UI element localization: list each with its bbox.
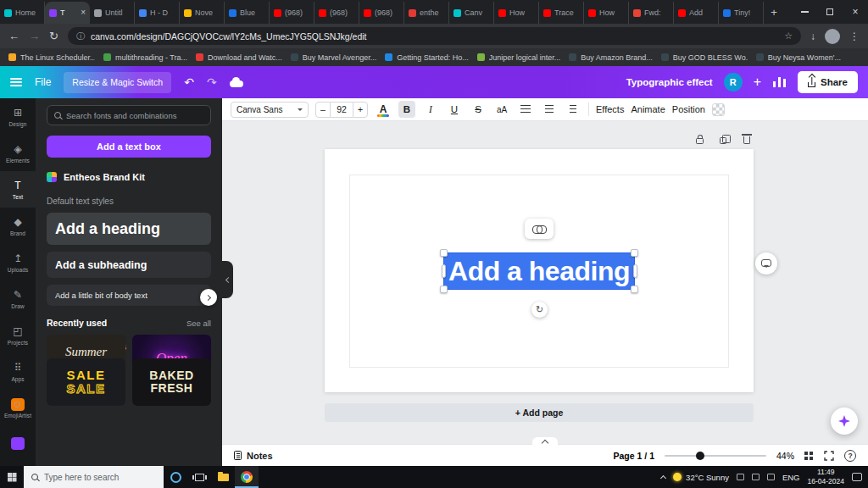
network-icon[interactable]: [737, 474, 744, 480]
language-indicator[interactable]: ENG: [782, 473, 800, 482]
spacing-button[interactable]: [565, 101, 581, 118]
sidebar-item-projects[interactable]: ◰ Projects: [0, 317, 36, 353]
share-button[interactable]: Share: [798, 71, 858, 93]
sidebar-item-brand[interactable]: ◆ Brand: [0, 208, 36, 244]
browser-menu-icon[interactable]: [849, 30, 860, 42]
browser-profile-avatar[interactable]: [825, 29, 840, 44]
zoom-slider[interactable]: [665, 455, 766, 457]
zoom-slider-thumb[interactable]: [696, 452, 704, 460]
panel-collapse-handle[interactable]: [222, 261, 233, 298]
sidebar-item-app[interactable]: [0, 426, 36, 463]
add-text-box-button[interactable]: Add a text box: [47, 136, 211, 158]
strikethrough-button[interactable]: S: [470, 101, 487, 118]
design-canvas-page[interactable]: Add a heading: [325, 149, 754, 392]
tab-close-icon[interactable]: [81, 8, 86, 17]
insights-chart-icon[interactable]: [778, 77, 781, 87]
selected-text-box[interactable]: Add a heading: [443, 252, 635, 290]
url-input[interactable]: [91, 31, 778, 42]
carousel-next-button[interactable]: [200, 289, 217, 306]
font-size-decrease-button[interactable]: [315, 102, 331, 118]
text-color-button[interactable]: A: [375, 101, 392, 118]
rotate-handle[interactable]: [531, 302, 548, 318]
combo-style-sale[interactable]: SALE SALE: [47, 358, 125, 406]
undo-icon[interactable]: [184, 75, 194, 89]
notes-button[interactable]: Notes: [234, 451, 273, 461]
sidebar-item-design[interactable]: ⊞ Design: [0, 98, 36, 135]
bookmark-item[interactable]: The Linux Scheduler...: [8, 53, 95, 62]
underline-button[interactable]: U: [446, 101, 463, 118]
bookmark-item[interactable]: multithreading - Tra...: [103, 53, 187, 62]
selection-handle-left[interactable]: [442, 264, 446, 278]
comment-button[interactable]: [755, 252, 777, 274]
expand-panel-tab[interactable]: [532, 437, 558, 445]
browser-tab[interactable]: enthe: [404, 2, 449, 24]
bookmark-item[interactable]: Juniper logical inter...: [477, 53, 561, 62]
bold-button[interactable]: B: [398, 101, 415, 118]
add-page-button[interactable]: + Add page: [325, 403, 754, 422]
back-button[interactable]: [8, 30, 19, 42]
font-size-increase-button[interactable]: [353, 102, 368, 118]
browser-tab[interactable]: (968): [270, 2, 314, 24]
browser-tab[interactable]: Untitl: [90, 2, 135, 24]
bookmark-item[interactable]: Download and Watc...: [196, 53, 282, 62]
sidebar-item-uploads[interactable]: ↥ Uploads: [0, 244, 36, 280]
bookmark-item[interactable]: Getting Started: Ho...: [385, 53, 469, 62]
address-bar[interactable]: [68, 27, 801, 45]
design-title[interactable]: Typographic effect: [626, 77, 713, 87]
file-menu-button[interactable]: File: [35, 76, 51, 88]
sidebar-item-elements[interactable]: ◈ Elements: [0, 135, 36, 171]
browser-tab[interactable]: Tiny!: [719, 2, 764, 24]
clock[interactable]: 11:49 16-04-2024: [808, 468, 844, 485]
file-explorer-icon[interactable]: [211, 466, 235, 488]
browser-tab[interactable]: (968): [314, 2, 359, 24]
browser-tab[interactable]: T: [45, 2, 90, 24]
bookmark-item[interactable]: Buy Marvel Avenger...: [291, 53, 376, 62]
sidebar-item-draw[interactable]: ✎ Draw: [0, 280, 36, 317]
action-center-icon[interactable]: [852, 473, 862, 481]
list-button[interactable]: [541, 101, 558, 118]
browser-tab[interactable]: How: [494, 2, 539, 24]
browser-tab[interactable]: Home: [0, 2, 45, 24]
font-search-input[interactable]: [66, 111, 203, 120]
link-button[interactable]: [525, 219, 554, 239]
taskbar-search-box[interactable]: [24, 466, 164, 488]
resize-magic-switch-button[interactable]: Resize & Magic Switch: [64, 72, 171, 93]
animate-button[interactable]: Animate: [631, 104, 665, 114]
forward-button[interactable]: [29, 30, 40, 42]
selection-handle-bottom-right[interactable]: [631, 286, 638, 293]
add-subheading-button[interactable]: Add a subheading: [47, 252, 211, 278]
bookmark-star-icon[interactable]: [784, 30, 793, 42]
sidebar-item-emojiartist[interactable]: ☺ EmojiArtist: [0, 390, 36, 426]
fullscreen-icon[interactable]: [824, 451, 834, 461]
browser-tab[interactable]: Fwd:: [629, 2, 674, 24]
duplicate-page-button[interactable]: [716, 132, 730, 146]
add-heading-button[interactable]: Add a heading: [47, 213, 211, 245]
browser-tab[interactable]: Canv: [449, 2, 494, 24]
effects-button[interactable]: Effects: [596, 104, 624, 114]
italic-button[interactable]: I: [422, 101, 439, 118]
browser-tab[interactable]: H - D: [135, 2, 180, 24]
hamburger-menu-icon[interactable]: [10, 78, 22, 86]
canvas-heading-text[interactable]: Add a heading: [448, 256, 630, 287]
text-case-button[interactable]: aA: [493, 101, 510, 118]
browser-tab[interactable]: Trace: [539, 2, 584, 24]
bookmark-item[interactable]: Buy Amazon Brand...: [569, 53, 653, 62]
grid-view-icon[interactable]: [804, 452, 808, 455]
selection-handle-bottom-left[interactable]: [440, 286, 448, 293]
help-button[interactable]: [844, 450, 856, 462]
weather-widget[interactable]: 32°C Sunny: [673, 473, 729, 482]
bookmark-item[interactable]: Buy GOD BLESS Wo...: [661, 53, 748, 62]
add-member-icon[interactable]: [754, 75, 761, 90]
transparency-button[interactable]: [712, 103, 725, 116]
start-button[interactable]: [0, 466, 24, 488]
combo-style-baked[interactable]: BAKED FRESH: [132, 358, 211, 406]
downloads-icon[interactable]: [810, 30, 815, 42]
position-button[interactable]: Position: [672, 104, 705, 114]
browser-tab[interactable]: Add: [674, 2, 719, 24]
brand-kit-row[interactable]: Entheos Brand Kit: [47, 168, 211, 186]
add-body-text-button[interactable]: Add a little bit of body text: [47, 285, 211, 306]
volume-icon[interactable]: [752, 474, 760, 480]
zoom-level[interactable]: 44%: [776, 451, 794, 461]
font-size-value[interactable]: 92: [331, 102, 353, 118]
hidden-icons-chevron[interactable]: [660, 475, 666, 481]
